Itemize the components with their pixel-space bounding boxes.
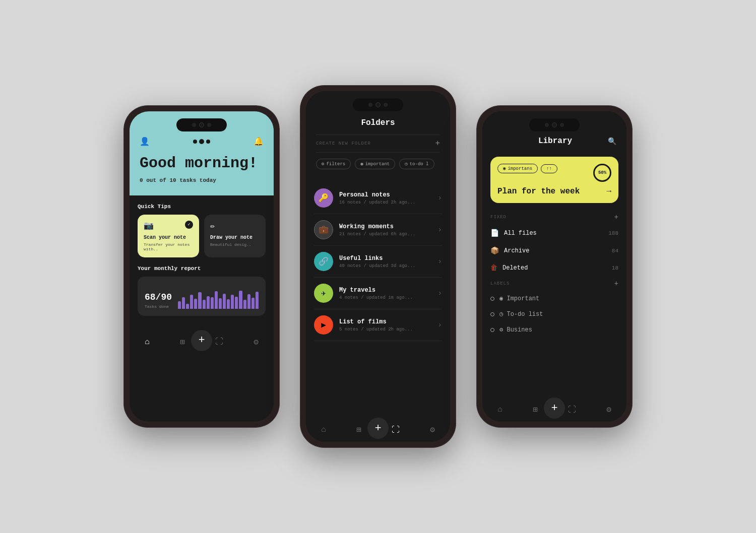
folders-bottom-nav: ⌂ ⊞ + ⛶ ⚙ [306,420,450,442]
folder-name-working: Working moments [339,223,432,230]
chevron-right-icon-2: › [438,226,442,234]
featured-top: ◉ importans ↑↑ 50% [497,164,611,182]
camera-icon: 📷 [144,221,154,231]
filter-chip-todo[interactable]: ◷ to-do l [399,159,434,169]
tip-draw-sub: Beautiful desig.. [210,242,260,247]
chart-bar [251,298,255,309]
arrow-right-icon: → [606,187,611,196]
folder-item-working[interactable]: 💼 Working moments 21 notes / updated 6h … [314,214,442,246]
label-dot-todo [490,312,494,316]
user-icon[interactable]: 👤 [140,137,150,147]
filter-chip-filters[interactable]: ⚙ filters [316,159,351,169]
settings-nav-icon-3[interactable]: ⚙ [606,405,611,415]
chart-bar [194,299,197,309]
folders-title: Folders [316,118,440,127]
label-dot-important [490,297,494,301]
folder-meta-personal: 16 notes / updated 2h ago... [339,200,432,205]
chart-bar [227,299,230,309]
add-button-3[interactable]: + [544,397,565,419]
tip-draw[interactable]: ✏ Draw your note Beautiful desig.. [204,215,266,257]
add-button-2[interactable]: + [367,418,389,439]
chart-bar [256,292,259,309]
home-nav-icon[interactable]: ⌂ [145,338,150,347]
library-item-archive[interactable]: 📦 Archive 84 [482,242,626,259]
filter-label: filters [326,162,345,167]
add-button[interactable]: + [191,330,212,351]
folder-item-personal[interactable]: 🔑 Personal notes 16 notes / updated 2h a… [314,182,442,214]
folder-meta-working: 21 notes / updated 6h ago... [339,232,432,237]
folder-item-links[interactable]: 🔗 Useful links 40 notes / updated 3d ago… [314,246,442,278]
folder-nav-icon[interactable]: ⛶ [215,337,223,347]
folder-name-films: List of films [339,318,432,325]
folder-nav-icon-3[interactable]: ⛶ [568,405,576,415]
greeting: Good morning! [140,155,264,172]
folder-name-links: Useful links [339,255,432,262]
label-item-business[interactable]: ⚙ Busines [482,322,626,338]
featured-chip-arrow[interactable]: ↑↑ [541,164,557,173]
status-dots [193,139,210,144]
report-label: Your monthly report [138,265,266,272]
label-item-todo[interactable]: ◷ To-do list [482,306,626,322]
chart-bar [231,295,234,309]
settings-nav-icon[interactable]: ⚙ [254,337,259,347]
fixed-plus-icon[interactable]: + [614,213,618,221]
search-icon[interactable]: 🔍 [608,137,616,146]
chart-bar [186,304,189,309]
check-icon [185,221,193,229]
library-item-allfiles[interactable]: 📄 All files 188 [482,224,626,242]
folder-meta-links: 40 notes / updated 3d ago... [339,263,432,269]
chart-bar [247,294,250,309]
home-nav-icon-2[interactable]: ⌂ [321,425,326,434]
settings-nav-icon-2[interactable]: ⚙ [430,425,435,435]
folder-name-personal: Personal notes [339,191,432,198]
report-stats: 68/90 Tasks done [145,292,172,309]
chevron-right-icon-4: › [438,289,442,297]
phone-notch [176,118,227,131]
create-folder-label: CREATE NEW FOLDER [316,141,371,146]
folder-name-travels: My travels [339,287,432,294]
featured-chip-important[interactable]: ◉ importans [497,164,538,173]
label-dot-business [490,328,494,332]
filter-chip-important[interactable]: ◉ important [355,159,395,169]
folder-info-working: Working moments 21 notes / updated 6h ag… [339,223,432,237]
grid-nav-icon[interactable]: ⊞ [180,337,185,347]
label-name-important: ◉ Important [499,295,539,302]
featured-title-text: Plan for the week [497,187,580,196]
folder-info-links: Useful links 40 notes / updated 3d ago..… [339,255,432,269]
archive-name: Archive [504,247,529,254]
filter-row: ⚙ filters ◉ important ◷ to-do l [316,159,440,169]
chart-bar [215,291,218,309]
allfiles-count: 188 [608,230,618,236]
report-number: 68/90 [145,292,172,302]
folder-meta-films: 5 notes / updated 2h ago... [339,327,432,332]
tip-scan[interactable]: 📷 Scan your note Transfer your notes wit… [138,215,199,257]
featured-card[interactable]: ◉ importans ↑↑ 50% Plan for the week → [490,157,618,203]
library-bottom-nav: ⌂ ⊞ + ⛶ ⚙ [482,399,626,422]
folder-meta-travels: 4 notes / updated 1m ago... [339,295,432,300]
folder-avatar-travels: ✈ [314,284,333,303]
create-folder-row[interactable]: CREATE NEW FOLDER + [316,135,440,153]
label-name-business: ⚙ Busines [499,326,532,334]
fixed-label: FIXED [490,215,507,220]
labels-plus-icon[interactable]: + [614,280,618,288]
phone-notch-3 [529,118,580,131]
folder-nav-icon-2[interactable]: ⛶ [392,425,400,435]
folder-info-films: List of films 5 notes / updated 2h ago..… [339,318,432,332]
deleted-icon: 🗑 [490,264,497,272]
folder-item-travels[interactable]: ✈ My travels 4 notes / updated 1m ago...… [314,278,442,309]
label-item-important[interactable]: ◉ Important [482,291,626,306]
bell-icon[interactable]: 🔔 [254,137,264,147]
chart-bar [239,291,242,309]
library-item-deleted[interactable]: 🗑 Deleted 18 [482,259,626,277]
home-body: Quick Tips 📷 Scan your note Transfer you… [130,195,274,332]
grid-nav-icon-3[interactable]: ⊞ [533,405,538,415]
folder-item-films[interactable]: ▶ List of films 5 notes / updated 2h ago… [314,309,442,341]
phone-library: Library 🔍 ◉ importans ↑↑ 50% Plan for th… [476,105,633,428]
home-nav-icon-3[interactable]: ⌂ [497,405,502,414]
chart-bar [243,300,246,309]
labels-section-row: LABELS + [482,277,626,291]
create-folder-plus-icon[interactable]: + [435,139,440,148]
chart-bar [203,300,206,309]
quick-tips-row: 📷 Scan your note Transfer your notes wit… [138,215,266,257]
grid-nav-icon-2[interactable]: ⊞ [356,425,361,435]
